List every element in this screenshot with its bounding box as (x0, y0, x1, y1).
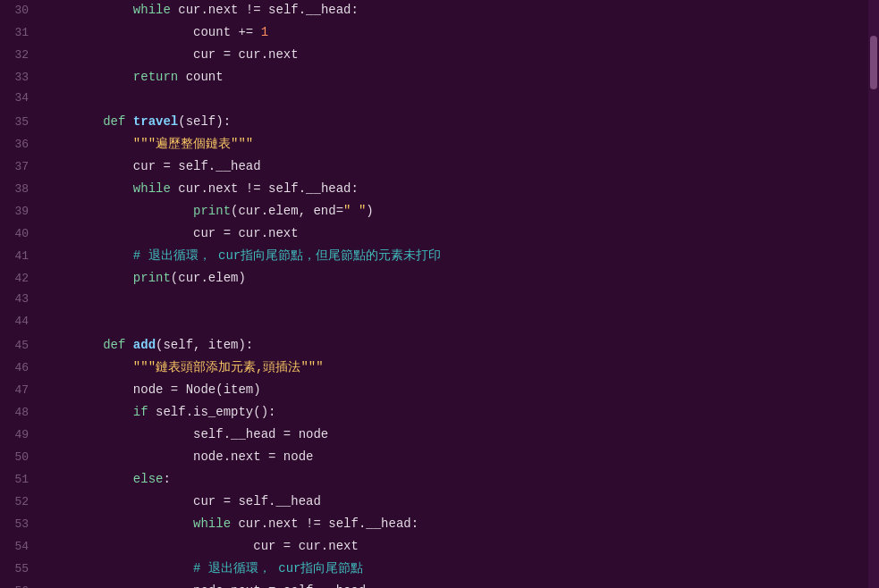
line-number: 38 (0, 181, 43, 199)
token-fn-name: add (125, 338, 156, 352)
line-content: if self.is_empty(): (43, 402, 275, 422)
token-var: cur.next (231, 517, 306, 531)
table-row: 55 # 退出循環， cur指向尾節點 (0, 559, 868, 581)
token-var: : (163, 472, 170, 486)
line-content: node.next = node (43, 447, 313, 466)
line-number: 42 (0, 270, 43, 289)
line-content: def travel(self): (43, 112, 231, 131)
scrollbar-thumb[interactable] (870, 36, 877, 89)
token-indent (43, 472, 133, 486)
line-content: else: (43, 469, 171, 489)
token-kw-print: print (133, 271, 171, 285)
token-indent (43, 204, 193, 218)
line-content: def add(self, item): (43, 335, 253, 355)
token-indent (43, 517, 193, 531)
table-row: 37 cur = self.__head (0, 156, 868, 179)
line-number: 32 (0, 46, 43, 65)
line-content: cur = self.__head (43, 156, 261, 176)
token-kw-while: while (193, 517, 231, 531)
line-content: cur = cur.next (43, 536, 359, 556)
line-number: 46 (0, 359, 43, 378)
table-row: 32 cur = cur.next (0, 45, 868, 67)
table-row: 47 node = Node(item) (0, 380, 868, 402)
token-var: self.__head: (261, 3, 359, 17)
line-number: 54 (0, 538, 43, 557)
token-var: (cur.elem) (171, 271, 246, 285)
token-kw-print: print (193, 204, 231, 218)
token-indent (43, 338, 103, 352)
line-number: 56 (0, 583, 43, 588)
token-indent (43, 137, 133, 151)
token-var: self.__head: (321, 517, 418, 531)
token-indent (43, 449, 193, 464)
table-row: 54 cur = cur.next (0, 536, 868, 559)
table-row: 42 print(cur.elem) (0, 268, 868, 290)
token-indent (43, 181, 133, 196)
token-indent (43, 3, 133, 17)
token-var: (cur.elem, end= (231, 204, 343, 218)
line-number: 52 (0, 493, 43, 512)
table-row: 34 (0, 89, 868, 112)
table-row: 40 cur = cur.next (0, 223, 868, 246)
token-op: != (246, 181, 261, 196)
token-kw-return: return (133, 70, 178, 84)
line-content: node.next = self.__head (43, 581, 366, 588)
token-var: cur.next (231, 47, 299, 62)
line-content: print(cur.elem, end=" ") (43, 201, 374, 221)
line-number: 40 (0, 225, 43, 244)
table-row: 35 def travel(self): (0, 112, 868, 134)
token-kw-else: else (133, 472, 164, 486)
line-content: self.__head = node (43, 424, 328, 444)
line-number: 34 (0, 89, 43, 108)
token-fn-name: travel (125, 114, 178, 129)
scrollbar[interactable] (868, 0, 879, 588)
line-content: return count (43, 67, 224, 87)
line-number: 31 (0, 24, 43, 43)
token-var: ) (366, 204, 373, 218)
token-indent (43, 427, 193, 441)
token-var: self.__head = node (193, 427, 328, 441)
line-content: while cur.next != self.__head: (43, 0, 359, 20)
table-row: 39 print(cur.elem, end=" ") (0, 201, 868, 223)
token-op: != (306, 517, 321, 531)
token-indent (43, 494, 193, 508)
line-content: while cur.next != self.__head: (43, 179, 359, 198)
token-var: (self, item): (156, 338, 253, 352)
token-var: cur.next (171, 3, 246, 17)
token-comment-cn: # 退出循環， cur指向尾節點，但尾節點的元素未打印 (133, 248, 441, 263)
token-comment-cn: # 退出循環， cur指向尾節點 (193, 561, 363, 575)
line-content: print(cur.elem) (43, 268, 246, 288)
token-indent (43, 114, 103, 129)
table-row: 44 (0, 313, 868, 335)
line-number: 39 (0, 203, 43, 222)
line-number: 53 (0, 516, 43, 534)
line-content: node = Node(item) (43, 380, 261, 399)
token-var: count (193, 25, 238, 39)
line-content: # 退出循環， cur指向尾節點，但尾節點的元素未打印 (43, 246, 441, 265)
line-content: count += 1 (43, 22, 268, 42)
line-number: 49 (0, 426, 43, 445)
line-number: 47 (0, 382, 43, 400)
token-var: count (178, 70, 223, 84)
token-var: node = Node(item) (133, 382, 261, 397)
token-kw-def: def (103, 338, 125, 352)
token-var: cur = self.__head (133, 159, 261, 173)
token-indent (43, 271, 133, 285)
token-kw-def: def (103, 114, 125, 129)
token-op: != (246, 3, 261, 17)
token-indent (43, 539, 253, 553)
token-kw-while: while (133, 3, 171, 17)
token-indent (43, 561, 193, 575)
table-row: 52 cur = self.__head (0, 491, 868, 514)
token-indent (43, 25, 193, 39)
token-indent (43, 405, 133, 419)
table-row: 49 self.__head = node (0, 424, 868, 447)
line-content: """遍歷整個鏈表""" (43, 134, 253, 154)
line-content: cur = cur.next (43, 45, 299, 64)
line-number: 30 (0, 2, 43, 21)
token-kw-if: if (133, 405, 148, 419)
token-var: cur.next (171, 181, 246, 196)
table-row: 43 (0, 290, 868, 313)
token-var: cur = cur.next (253, 539, 359, 553)
token-indent (43, 584, 193, 588)
